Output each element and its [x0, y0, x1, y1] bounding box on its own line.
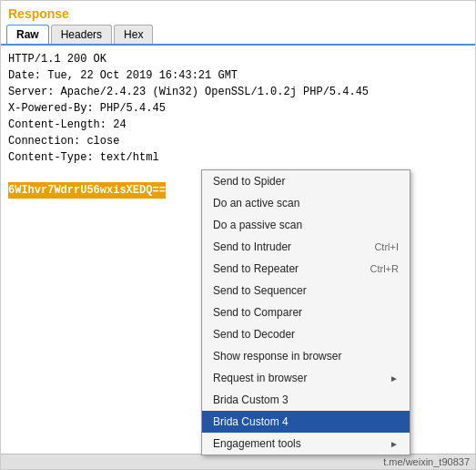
menu-label-send-spider: Send to Spider	[213, 175, 285, 188]
panel-title: Response	[1, 1, 475, 25]
menu-item-send-spider[interactable]: Send to Spider	[202, 170, 410, 192]
response-line-4: X-Powered-By: PHP/5.4.45	[8, 100, 468, 117]
highlighted-value[interactable]: 6WIhvr7WdrrU56wxisXEDQ==	[8, 182, 166, 199]
menu-label-send-sequencer: Send to Sequencer	[213, 284, 307, 297]
menu-label-send-intruder: Send to Intruder	[213, 240, 291, 253]
tab-raw[interactable]: Raw	[6, 25, 49, 44]
menu-item-send-decoder[interactable]: Send to Decoder	[202, 323, 410, 345]
menu-item-send-intruder[interactable]: Send to Intruder Ctrl+I	[202, 236, 410, 258]
menu-item-request-browser[interactable]: Request in browser ►	[202, 367, 410, 389]
menu-label-request-browser: Request in browser	[213, 372, 307, 384]
menu-item-active-scan[interactable]: Do an active scan	[202, 192, 410, 214]
tab-bar: Raw Headers Hex	[1, 25, 475, 46]
response-line-5: Content-Length: 24	[8, 117, 468, 133]
response-line-7: Content-Type: text/html	[8, 149, 468, 166]
status-bar: t.me/weixin_t90837	[1, 454, 475, 469]
menu-item-brida-custom-3[interactable]: Brida Custom 3	[202, 389, 410, 411]
menu-label-brida-custom-4: Brida Custom 4	[213, 415, 289, 428]
menu-label-send-repeater: Send to Repeater	[213, 262, 299, 275]
menu-item-engagement-tools[interactable]: Engagement tools ►	[202, 433, 410, 455]
menu-item-send-sequencer[interactable]: Send to Sequencer	[202, 280, 410, 301]
menu-item-send-repeater[interactable]: Send to Repeater Ctrl+R	[202, 258, 410, 280]
tab-headers[interactable]: Headers	[51, 25, 112, 44]
response-panel: Response Raw Headers Hex HTTP/1.1 200 OK…	[0, 0, 476, 470]
menu-item-brida-custom-4[interactable]: Brida Custom 4	[202, 411, 410, 433]
response-line-2: Date: Tue, 22 Oct 2019 16:43:21 GMT	[8, 67, 468, 84]
menu-item-passive-scan[interactable]: Do a passive scan	[202, 214, 410, 236]
response-line-6: Connection: close	[8, 133, 468, 149]
tab-hex[interactable]: Hex	[114, 25, 153, 44]
response-line-1: HTTP/1.1 200 OK	[8, 51, 468, 67]
arrow-icon-request-browser: ►	[390, 373, 399, 383]
menu-label-show-response: Show response in browser	[213, 350, 341, 363]
arrow-icon-engagement-tools: ►	[390, 439, 399, 449]
menu-label-passive-scan: Do a passive scan	[213, 219, 302, 231]
context-menu: Send to Spider Do an active scan Do a pa…	[201, 169, 410, 455]
menu-label-send-comparer: Send to Comparer	[213, 306, 302, 319]
menu-label-engagement-tools: Engagement tools	[213, 437, 301, 450]
shortcut-intruder: Ctrl+I	[374, 241, 399, 252]
menu-label-active-scan: Do an active scan	[213, 197, 299, 209]
status-text: t.me/weixin_t90837	[383, 456, 470, 467]
menu-item-send-comparer[interactable]: Send to Comparer	[202, 301, 410, 323]
menu-item-show-response[interactable]: Show response in browser	[202, 345, 410, 367]
response-line-3: Server: Apache/2.4.23 (Win32) OpenSSL/1.…	[8, 84, 468, 100]
shortcut-repeater: Ctrl+R	[370, 263, 399, 274]
menu-label-send-decoder: Send to Decoder	[213, 328, 295, 341]
menu-label-brida-custom-3: Brida Custom 3	[213, 393, 289, 406]
